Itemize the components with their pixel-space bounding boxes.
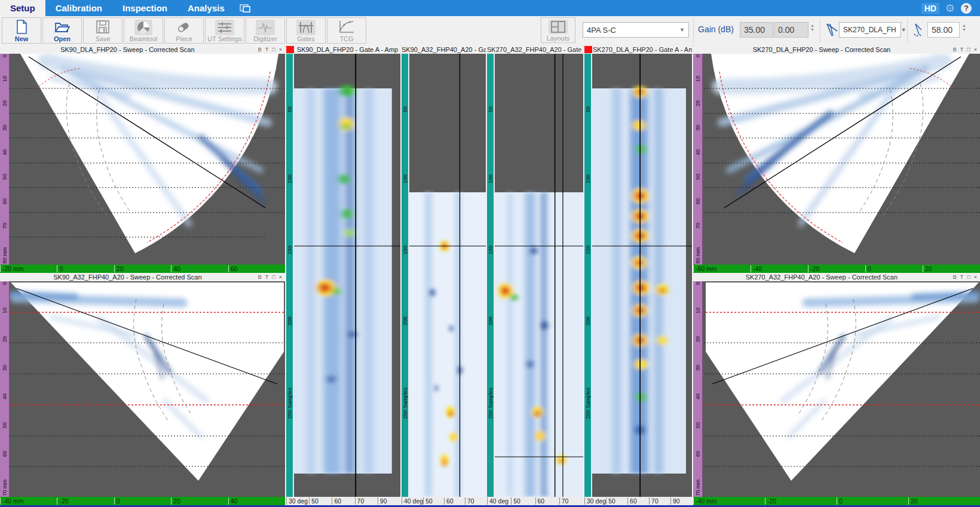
new-file-icon (15, 20, 28, 34)
focal-law-select[interactable]: SK270_DLA_FH ▼ (839, 22, 901, 38)
panel-strip-4: SK270_DLA_FHP20 - Gate A - Amp 501001502… (584, 45, 692, 505)
panel-title-bar[interactable]: SK90_A32_FHP40_A20 - Sweep - Corrected S… (0, 273, 285, 281)
window-control-button[interactable]: B (258, 47, 262, 53)
window-control-button[interactable]: B (953, 47, 957, 53)
tab-analysis[interactable]: Analysis (177, 0, 235, 16)
angle-ruler[interactable]: 40 deg506070 (402, 497, 486, 505)
bscan-view[interactable] (592, 54, 692, 497)
layout-preset-select[interactable]: 4PA S-C ▼ (583, 22, 689, 38)
gain-spinner[interactable]: ▲▼ (809, 23, 816, 32)
piece-button[interactable]: Piece (164, 17, 204, 44)
window-control-button[interactable]: T (265, 274, 269, 280)
toolbar: New Open Save Beamtool (0, 16, 980, 46)
tab-setup[interactable]: Setup (0, 0, 45, 16)
window-control-button[interactable]: T (960, 274, 964, 280)
angle-spinner[interactable]: ▲▼ (961, 23, 967, 32)
panel-title: SK90_DLA_FHP20 - Sweep - Corrected Scan (0, 46, 255, 53)
tcg-curve-icon (338, 20, 355, 34)
scan-axis-ruler[interactable]: -40 mm-20020 (693, 497, 980, 505)
panel-title: SK270_DLA_FHP20 - Gate A - Amp (593, 46, 692, 53)
window-controls: BT□× (950, 274, 980, 280)
application-window: Setup Calibration Inspection Analysis HD… (0, 0, 980, 507)
window-control-button[interactable]: × (974, 274, 977, 280)
bscan-view[interactable] (294, 54, 400, 497)
sliders-icon (215, 20, 234, 35)
window-control-button[interactable]: □ (272, 274, 275, 280)
samples-ruler[interactable]: 50100150200250 Samples (402, 54, 409, 497)
panel-title-bar[interactable]: SK90_A32_FHP40_A20 - Gate A - Amp (402, 45, 486, 54)
window-control-button[interactable]: B (953, 274, 957, 280)
toolbar-divider (693, 18, 694, 43)
scan-axis-ruler[interactable]: -20 mm0204060 (0, 265, 285, 273)
panel-strip-3: SK270_A32_FHP40_A20 - Gate A - Amp 50100… (487, 45, 583, 505)
panel-title-bar[interactable]: SK270_DLA_FHP20 - Sweep - Corrected Scan… (693, 45, 980, 54)
panel-strip-2: SK90_A32_FHP40_A20 - Gate A - Amp 501001… (402, 45, 486, 505)
window-control-button[interactable]: □ (967, 274, 970, 280)
chevron-down-icon: ▼ (901, 27, 906, 33)
waveform-icon (256, 20, 275, 35)
panel-title-bar[interactable]: SK270_A32_FHP40_A20 - Gate A - Amp (487, 45, 583, 54)
open-folder-icon (54, 20, 70, 34)
bscan-view[interactable] (409, 54, 486, 497)
layouts-grid-icon (549, 20, 568, 34)
toolbar-divider (820, 18, 820, 43)
ut-settings-button[interactable]: UT Settings (205, 17, 244, 44)
alarm-indicator (286, 46, 294, 53)
help-icon[interactable]: ? (961, 3, 972, 14)
beamtool-button[interactable]: Beamtool (124, 17, 163, 44)
panel-title-bar[interactable]: SK90_DLA_FHP20 - Gate A - Amp (286, 45, 400, 54)
piece-cylinder-icon (176, 20, 192, 34)
gates-icon (296, 20, 316, 35)
window-control-button[interactable]: T (265, 47, 269, 53)
scan-axis-ruler[interactable]: -40 mm-2002040 (0, 497, 285, 505)
panel-title-bar[interactable]: SK270_DLA_FHP20 - Gate A - Amp (584, 45, 692, 54)
samples-ruler[interactable]: 50100150200250 Samples (584, 54, 592, 497)
sector-scan-view[interactable] (703, 281, 980, 497)
panel-title-bar[interactable]: SK270_A32_FHP40_A20 - Sweep - Corrected … (693, 273, 980, 281)
sector-scan-view[interactable] (10, 281, 285, 497)
digitizer-button[interactable]: Digitizer (246, 17, 285, 44)
window-control-button[interactable]: × (974, 47, 977, 53)
panel-title-bar[interactable]: SK90_DLA_FHP20 - Sweep - Corrected Scan … (0, 45, 285, 54)
window-control-button[interactable]: T (960, 47, 964, 53)
layouts-button[interactable]: Layouts (541, 17, 575, 43)
save-disk-icon (96, 20, 110, 34)
scan-axis-ruler[interactable]: -60 mm-40-20020 (693, 265, 980, 273)
depth-ruler[interactable]: 01020304050607080 mm (693, 54, 703, 265)
panel-bottom-right-sector: SK270_A32_FHP40_A20 - Sweep - Corrected … (693, 273, 980, 505)
chevron-down-icon: ▼ (679, 27, 685, 33)
layout-window-icon[interactable] (238, 0, 252, 16)
angle-ruler[interactable]: 30 deg50607090 (286, 497, 400, 505)
panel-title: SK90_A32_FHP40_A20 - Gate A - Amp (402, 46, 486, 53)
window-control-button[interactable]: × (279, 47, 282, 53)
angle-ruler[interactable]: 40 deg506070 (487, 497, 583, 505)
depth-ruler[interactable]: 010203040506070 mm (0, 281, 10, 497)
save-button[interactable]: Save (83, 17, 122, 44)
panel-top-left-sector: SK90_DLA_FHP20 - Sweep - Corrected Scan … (0, 45, 285, 273)
new-button[interactable]: New (2, 17, 41, 44)
window-control-button[interactable]: B (258, 274, 262, 280)
window-control-button[interactable]: □ (272, 47, 275, 53)
sector-scan-view[interactable] (703, 54, 980, 265)
angle-value-field[interactable]: 58.00 (927, 22, 960, 38)
samples-ruler[interactable]: 50100150200250 Samples (487, 54, 495, 497)
gates-button[interactable]: Gates (286, 17, 326, 44)
menu-bar: Setup Calibration Inspection Analysis HD… (0, 0, 980, 16)
tcg-button[interactable]: TCG (327, 17, 366, 44)
angle-ruler[interactable]: 30 deg50607090 (584, 497, 692, 505)
depth-ruler[interactable]: 010203040506070 mm (693, 281, 703, 497)
window-control-button[interactable]: □ (967, 47, 970, 53)
gear-icon[interactable]: ⚙ (945, 3, 955, 14)
gain-offset-field[interactable]: 0.00 (774, 22, 808, 38)
samples-ruler[interactable]: 50100150200250 Samples (286, 54, 294, 497)
tab-inspection[interactable]: Inspection (112, 0, 177, 16)
depth-ruler[interactable]: 01020304050607080 mm (0, 54, 10, 265)
bscan-view[interactable] (495, 54, 583, 497)
sector-scan-view[interactable] (10, 54, 285, 265)
window-control-button[interactable]: × (279, 274, 282, 280)
tab-calibration[interactable]: Calibration (45, 0, 112, 16)
gain-value-field[interactable]: 35.00 (740, 22, 773, 38)
panel-top-right-sector: SK270_DLA_FHP20 - Sweep - Corrected Scan… (693, 45, 980, 273)
panel-bottom-left-sector: SK90_A32_FHP40_A20 - Sweep - Corrected S… (0, 273, 285, 505)
open-button[interactable]: Open (42, 17, 82, 44)
